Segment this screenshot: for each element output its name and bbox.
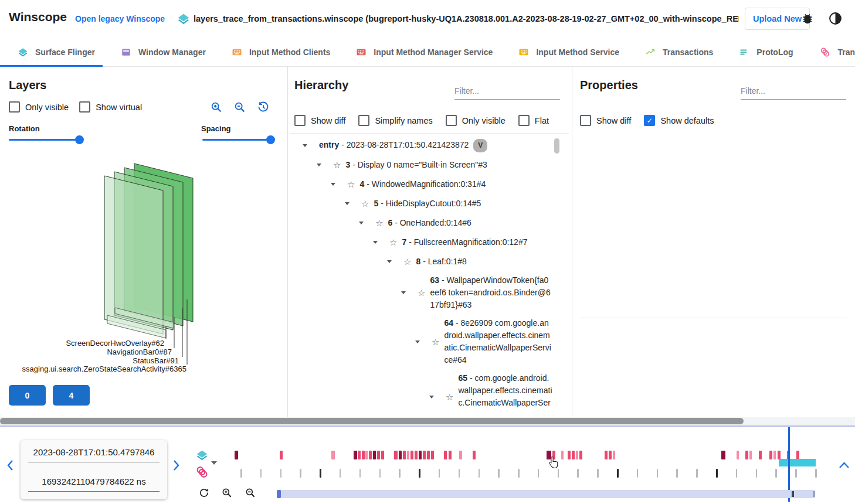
transition-event-mark[interactable] (365, 451, 368, 459)
transition-event-mark[interactable] (419, 451, 422, 459)
transition-event-mark[interactable] (568, 451, 571, 459)
transition-event-mark[interactable] (778, 451, 781, 459)
transition-event-mark[interactable] (759, 451, 762, 459)
layer-id-button-4[interactable]: 4 (53, 385, 90, 406)
transition-event-mark[interactable] (415, 451, 418, 459)
expand-arrow-icon[interactable] (345, 202, 350, 205)
checkbox-flat[interactable]: Flat (518, 115, 549, 126)
transition-event-mark[interactable] (427, 451, 430, 459)
transition-event-mark[interactable] (745, 451, 748, 459)
tree-node[interactable]: ☆6 - OneHanded:0:14#6 (287, 213, 552, 233)
transition-event-mark[interactable] (410, 451, 413, 459)
transition-event-mark[interactable] (373, 451, 376, 459)
transition-event-mark[interactable] (773, 451, 776, 459)
transition-event-mark[interactable] (613, 451, 615, 459)
expand-arrow-icon[interactable] (303, 144, 307, 147)
transition-event-mark[interactable] (331, 451, 335, 459)
tab-input-method-service[interactable]: Input Method Service (518, 47, 619, 57)
tree-node[interactable]: ☆65 - com.google.android.wallpaper.effec… (287, 369, 552, 410)
spacing-slider[interactable] (202, 139, 273, 141)
checkbox-only-visible[interactable]: Only visible (9, 101, 69, 113)
tree-node[interactable]: ☆63 - WallpaperWindowToken{fa0eef6 token… (287, 271, 552, 314)
tree-node[interactable]: ☆7 - FullscreenMagnification:0:12#7 (287, 233, 552, 252)
expand-arrow-icon[interactable] (331, 183, 335, 186)
transition-event-mark[interactable] (561, 451, 564, 459)
tree-node[interactable]: ☆3 - Display 0 name="Built-in Screen"#3 (287, 155, 552, 175)
checkbox-only-visible[interactable]: Only visible (446, 115, 505, 126)
transition-event-mark[interactable] (449, 451, 452, 459)
zoom-range-bar[interactable] (277, 490, 815, 498)
transition-event-mark[interactable] (796, 451, 799, 459)
transition-event-mark[interactable] (769, 451, 772, 459)
transition-event-mark[interactable] (721, 451, 725, 459)
transition-event-mark[interactable] (377, 451, 380, 459)
spacing-slider-thumb[interactable] (266, 135, 275, 144)
zoom-range-handle[interactable] (277, 490, 281, 498)
checkbox-show-diff[interactable]: Show diff (294, 115, 345, 126)
expand-arrow-icon[interactable] (401, 291, 406, 294)
transition-event-mark[interactable] (576, 451, 578, 459)
zoom-in-icon[interactable] (210, 101, 223, 114)
rotation-slider[interactable] (9, 139, 82, 141)
transition-event-mark[interactable] (579, 451, 582, 459)
zoom-out-icon[interactable] (233, 101, 246, 114)
pin-star-icon[interactable]: ☆ (432, 338, 439, 346)
main-hscrollbar-thumb[interactable] (0, 418, 744, 424)
tab-transactions[interactable]: Transactions (645, 47, 713, 57)
transition-event-mark[interactable] (605, 451, 608, 459)
expand-arrow-icon[interactable] (387, 260, 392, 263)
transition-event-mark[interactable] (399, 451, 402, 459)
transition-event-mark[interactable] (235, 451, 238, 459)
transition-event-mark[interactable] (444, 451, 447, 459)
hierarchy-filter-input[interactable] (454, 85, 560, 100)
transition-event-mark[interactable] (394, 451, 398, 459)
transition-event-mark[interactable] (369, 451, 372, 459)
zoom-in-icon[interactable] (221, 487, 233, 499)
expand-arrow-icon[interactable] (429, 396, 434, 399)
expand-arrow-icon[interactable] (415, 340, 420, 343)
upload-new-button[interactable]: Upload New (745, 8, 810, 30)
transition-event-mark[interactable] (362, 451, 365, 459)
transition-event-mark[interactable] (407, 451, 409, 459)
properties-filter-input[interactable] (741, 85, 846, 100)
tree-node[interactable]: ☆4 - WindowedMagnification:0:31#4 (287, 175, 552, 194)
transition-event-mark[interactable] (572, 451, 575, 459)
expand-arrow-icon[interactable] (317, 164, 321, 166)
pin-star-icon[interactable]: ☆ (389, 238, 397, 247)
zoom-out-icon[interactable] (245, 487, 256, 499)
checkbox-show-diff[interactable]: Show diff (580, 115, 631, 126)
tree-node[interactable]: ☆5 - HideDisplayCutout:0:14#5 (287, 194, 552, 213)
transition-event-mark[interactable] (431, 451, 434, 459)
contrast-icon[interactable] (828, 11, 843, 26)
checkbox-simplify-names[interactable]: Simplify names (358, 115, 432, 126)
transition-event-mark[interactable] (403, 451, 406, 459)
tree-node[interactable]: entry - 2023-08-28T17:01:50.421423872V (287, 136, 552, 155)
tab-transitions[interactable]: Transitions (819, 46, 855, 58)
open-legacy-link[interactable]: Open legacy Winscope (75, 14, 165, 23)
transition-event-mark[interactable] (609, 451, 612, 459)
pin-star-icon[interactable]: ☆ (403, 257, 411, 266)
transition-event-mark[interactable] (280, 451, 283, 459)
checkbox-show-defaults[interactable]: ✓ Show defaults (644, 115, 714, 126)
pin-star-icon[interactable]: ☆ (361, 199, 369, 208)
pin-star-icon[interactable]: ☆ (418, 288, 425, 297)
pin-star-icon[interactable]: ☆ (446, 393, 453, 401)
selected-transition-bar[interactable] (779, 459, 816, 466)
tab-protolog[interactable]: ProtoLog (739, 47, 793, 57)
chevron-down-icon[interactable] (211, 461, 217, 465)
pin-star-icon[interactable]: ☆ (375, 219, 383, 227)
expand-arrow-icon[interactable] (359, 222, 364, 224)
layer-id-button-0[interactable]: 0 (9, 385, 46, 406)
tab-window-manager[interactable]: Window Manager (121, 47, 206, 57)
transition-event-mark[interactable] (358, 451, 361, 459)
tab-input-method-manager-service[interactable]: Input Method Manager Service (356, 47, 493, 57)
tab-surface-flinger[interactable]: Surface Flinger (18, 47, 95, 57)
transition-event-mark[interactable] (737, 451, 739, 459)
expand-arrow-icon[interactable] (373, 241, 378, 244)
transition-event-mark[interactable] (473, 451, 476, 459)
transition-event-mark[interactable] (749, 451, 752, 459)
bug-icon[interactable] (801, 12, 814, 25)
pin-star-icon[interactable]: ☆ (333, 161, 341, 169)
transition-event-mark[interactable] (423, 451, 426, 459)
tree-node[interactable]: ☆64 - 8e26909 com.google.android.wallpap… (287, 314, 552, 369)
